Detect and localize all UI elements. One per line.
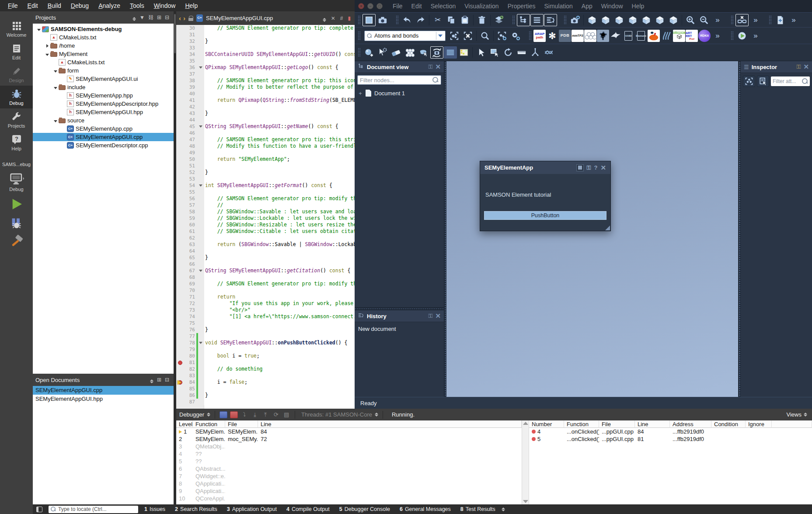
stack-cell[interactable]	[225, 450, 258, 458]
mode-welcome[interactable]: Welcome	[0, 17, 33, 40]
breakpoints-table[interactable]: NumberFunctionFileLineAddressConditionIg…	[529, 420, 812, 504]
threads-dropdown-icon[interactable]	[375, 413, 378, 417]
waves-app[interactable]	[660, 30, 673, 42]
breakpoint-marker[interactable]	[176, 359, 185, 366]
breakpoint-margin[interactable]	[176, 300, 185, 307]
pdb-downloader-app[interactable]: PDB	[559, 30, 571, 42]
breakpoint-cell[interactable]	[746, 435, 772, 443]
breakpoints-column-header[interactable]: Line	[635, 420, 670, 428]
pointer-options-button[interactable]	[376, 46, 389, 59]
window-minimize-icon[interactable]: −	[367, 3, 373, 9]
unlock-icon[interactable]: ⚿	[429, 63, 433, 70]
breakpoint-margin[interactable]	[176, 248, 185, 254]
element-document-app[interactable]: Element	[635, 30, 647, 42]
preset-cube-4[interactable]	[626, 14, 639, 26]
menu-debug[interactable]: Debug	[66, 1, 93, 10]
stack-cell[interactable]: QMetaObj...	[193, 443, 225, 450]
toggle-sidebar-icon[interactable]	[36, 507, 42, 512]
fold-marker[interactable]	[198, 64, 204, 71]
uuid-document-app[interactable]: UUID	[622, 30, 634, 42]
breakpoint-margin[interactable]	[176, 104, 185, 110]
breakpoint-margin[interactable]	[176, 399, 185, 405]
kit-selector-label[interactable]: SAMS...ebug	[2, 162, 31, 167]
output-pane-test-results[interactable]: 8Test Results	[460, 506, 495, 512]
expand-icon[interactable]: +	[358, 90, 362, 97]
tree-item[interactable]: C+SEMyElementAppGUI.cpp	[33, 133, 174, 141]
menu-simulation[interactable]: Simulation	[540, 2, 576, 10]
tree-item[interactable]: include	[33, 83, 174, 91]
rect-select-button[interactable]	[488, 46, 501, 59]
pointer-button[interactable]	[474, 46, 488, 59]
breakpoint-margin[interactable]	[176, 313, 185, 320]
breakpoints-column-header[interactable]: Condition	[711, 420, 746, 428]
breakpoint-margin[interactable]	[176, 353, 185, 359]
stack-cell[interactable]: QAbstract...	[193, 465, 225, 472]
overflow-button-1[interactable]: »	[711, 14, 724, 26]
mode-help[interactable]: ? Help	[0, 131, 33, 154]
stack-cell[interactable]: moc_SEMy...	[225, 435, 258, 443]
toolbar-grip[interactable]	[358, 48, 361, 57]
breakpoint-margin[interactable]	[176, 281, 185, 287]
table-scrollbar[interactable]	[522, 420, 529, 504]
stack-cell[interactable]	[258, 450, 522, 458]
run-button[interactable]	[10, 197, 24, 211]
forward-icon[interactable]: ›	[183, 14, 185, 22]
resize-grip[interactable]	[605, 226, 610, 230]
editor-filename[interactable]: SEMyElementAppGUI.cpp	[206, 15, 273, 21]
stack-table[interactable]: LevelFunctionFileLine1SEMyElem...SEMyEle…	[176, 420, 522, 504]
document-view-toggle[interactable]	[517, 14, 530, 26]
menu-help[interactable]: Help	[181, 1, 202, 10]
breakpoint-margin[interactable]	[176, 340, 185, 346]
breakpoint-margin[interactable]	[176, 38, 185, 45]
close-panel-icon[interactable]: ⊟	[163, 14, 171, 21]
breakpoint-margin[interactable]	[176, 45, 185, 51]
stack-column-header[interactable]: Level	[176, 420, 193, 428]
preset-cube-6[interactable]	[653, 14, 666, 26]
stack-cell[interactable]: 5	[176, 458, 193, 465]
document-tree-item[interactable]: + Document 1	[355, 87, 444, 99]
breakpoint-margin[interactable]	[176, 366, 185, 372]
output-pane-compile-output[interactable]: 4Compile Output	[286, 506, 330, 512]
breakpoints-column-header[interactable]: Ignore	[746, 420, 772, 428]
fold-marker[interactable]	[198, 123, 204, 130]
continue-icon[interactable]	[220, 411, 227, 418]
breakpoint-cell[interactable]: 5	[529, 435, 564, 443]
preset-cube-5[interactable]	[640, 14, 653, 26]
filter-nodes-input[interactable]: Filter nodes...	[357, 75, 441, 85]
breakpoints-column-header[interactable]	[772, 420, 812, 428]
breakpoint-cell[interactable]	[711, 435, 746, 443]
output-pane-debugger-console[interactable]: 5Debugger Console	[339, 506, 390, 512]
breakpoint-cell[interactable]	[711, 428, 746, 435]
overflow-button-5[interactable]: »	[749, 30, 762, 42]
menu-properties[interactable]: Properties	[504, 2, 539, 10]
split-icon[interactable]: ⊞	[155, 377, 163, 383]
push-button[interactable]: PushButton	[484, 211, 606, 220]
breakpoint-margin[interactable]	[176, 25, 185, 31]
breakpoint-margin[interactable]	[176, 136, 185, 143]
breakpoint-margin[interactable]	[176, 228, 185, 235]
open-document-item[interactable]: SEMyElementAppGUI.hpp	[33, 395, 174, 403]
breakpoint-margin[interactable]	[176, 51, 185, 58]
tree-item[interactable]: C+SEMyElementDescriptor.cpp	[33, 141, 174, 149]
breakpoint-margin[interactable]	[176, 195, 185, 202]
breakpoint-margin[interactable]	[176, 176, 185, 182]
menu-window[interactable]: Window	[598, 2, 627, 10]
breakpoint-margin[interactable]	[176, 97, 185, 104]
redo-button[interactable]	[414, 14, 427, 26]
close-icon[interactable]: ✕	[600, 164, 606, 172]
stack-cell[interactable]: 9	[176, 487, 193, 495]
lock-icon[interactable]: ⚿	[797, 63, 801, 70]
stack-cell[interactable]: 4	[176, 450, 193, 458]
open-document-item[interactable]: SEMyElementAppGUI.cpp	[33, 386, 174, 395]
texture-button[interactable]	[444, 46, 457, 59]
pattern-builder-button[interactable]	[403, 46, 416, 59]
fold-marker[interactable]	[198, 182, 204, 189]
breakpoint-margin[interactable]	[176, 287, 185, 294]
stack-cell[interactable]	[258, 495, 522, 502]
breakpoint-margin[interactable]	[176, 143, 185, 149]
stack-cell[interactable]: 72	[258, 435, 522, 443]
breakpoint-margin[interactable]	[176, 274, 185, 281]
current-line-breakpoint[interactable]	[176, 379, 185, 386]
breakpoint-cell[interactable]: ...onClicked()	[564, 435, 599, 443]
breakpoint-margin[interactable]	[176, 130, 185, 136]
